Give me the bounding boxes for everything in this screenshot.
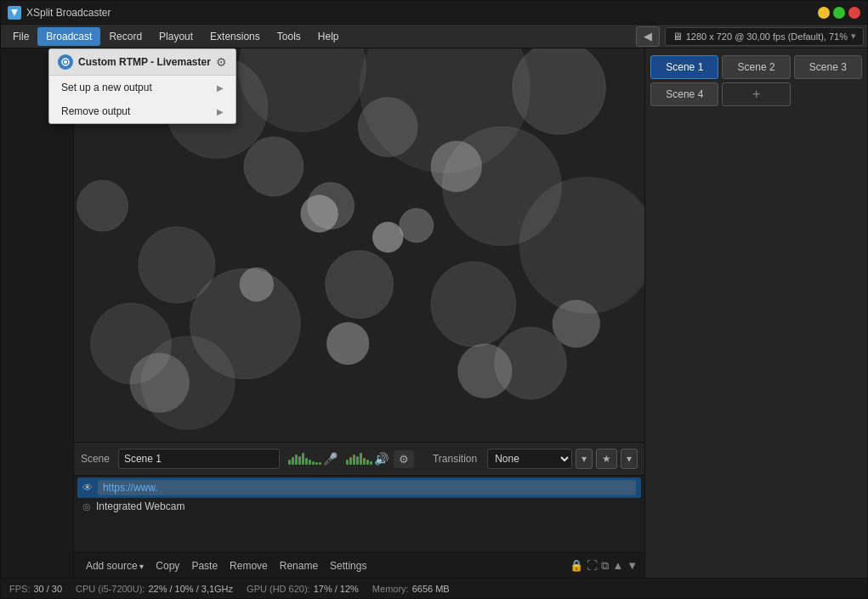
- svg-point-15: [431, 262, 516, 347]
- mic-volume-bars: [288, 453, 321, 465]
- svg-point-2: [64, 60, 67, 64]
- window-controls: [818, 7, 860, 19]
- svg-marker-0: [11, 9, 18, 16]
- transition-star-button[interactable]: ★: [596, 449, 617, 469]
- svg-point-11: [512, 48, 605, 134]
- center-column: Scene 🎤: [74, 48, 644, 578]
- source-visibility-icon[interactable]: 👁: [82, 482, 93, 494]
- copy-screen-icon[interactable]: ⧉: [601, 559, 609, 573]
- scene-bar: Scene 🎤: [74, 442, 644, 476]
- fps-status: FPS: 30 / 30: [9, 584, 62, 594]
- memory-status: Memory: 6656 MB: [372, 584, 450, 594]
- maximize-button[interactable]: [833, 7, 845, 19]
- speaker-volume-container: 🔊: [346, 452, 389, 466]
- transition-arrow-down-button[interactable]: ▾: [576, 449, 593, 469]
- cpu-value: 22% / 10% / 3,1GHz: [148, 584, 233, 594]
- transition-options-button[interactable]: ▾: [621, 449, 638, 469]
- memory-label: Memory:: [372, 584, 409, 594]
- arrow-icon: ▶: [217, 107, 224, 116]
- svg-point-5: [77, 180, 128, 231]
- app-window: XSplit Broadcaster File Broadcast Record…: [0, 0, 868, 599]
- menu-help[interactable]: Help: [309, 27, 348, 46]
- gpu-label: GPU (HD 620):: [247, 584, 310, 594]
- menu-bar: File Broadcast Record Playout Extensions…: [1, 25, 867, 48]
- gpu-value: 17% / 12%: [314, 584, 359, 594]
- svg-point-24: [301, 195, 338, 232]
- move-down-icon[interactable]: ▼: [627, 559, 638, 572]
- svg-point-18: [244, 137, 304, 196]
- scene-grid-row2: Scene 4 +: [650, 82, 862, 106]
- scene-name-input[interactable]: [118, 449, 280, 469]
- monitor-icon: 🖥: [672, 31, 683, 42]
- audio-settings-button[interactable]: ⚙: [394, 450, 414, 468]
- minimize-button[interactable]: [818, 7, 830, 19]
- status-bar: FPS: 30 / 30 CPU (i5-7200U): 22% / 10% /…: [1, 578, 867, 598]
- remove-button[interactable]: Remove: [224, 557, 273, 574]
- svg-point-14: [326, 251, 394, 319]
- app-icon: [8, 6, 21, 20]
- rename-button[interactable]: Rename: [275, 557, 323, 574]
- menu-record[interactable]: Record: [100, 27, 150, 46]
- paste-button[interactable]: Paste: [186, 557, 223, 574]
- gpu-status: GPU (HD 620): 17% / 12%: [247, 584, 359, 594]
- speaker-volume-bars: [346, 453, 372, 465]
- close-button[interactable]: [848, 7, 860, 19]
- dropdown-header: Custom RTMP - Livemaster ⚙: [49, 49, 235, 76]
- mic-volume-container: 🎤: [288, 452, 338, 466]
- source-list: 👁 https://www. ◎ Integrated Webcam: [74, 476, 644, 552]
- source-visibility-icon[interactable]: ◎: [82, 501, 91, 512]
- title-bar: XSplit Broadcaster: [1, 1, 867, 25]
- source-url-text: https://www.: [103, 482, 158, 494]
- scene-2-button[interactable]: Scene 2: [722, 55, 790, 79]
- svg-point-22: [326, 322, 369, 364]
- add-scene-button[interactable]: +: [722, 82, 790, 106]
- memory-value: 6656 MB: [412, 584, 450, 594]
- svg-point-28: [553, 300, 600, 348]
- svg-point-27: [130, 353, 190, 413]
- menu-broadcast[interactable]: Broadcast: [37, 27, 100, 46]
- svg-point-26: [240, 268, 274, 302]
- svg-point-25: [431, 141, 482, 192]
- add-source-button[interactable]: Add source: [81, 557, 149, 574]
- source-item-webcam[interactable]: ◎ Integrated Webcam: [77, 498, 641, 515]
- transition-label: Transition: [433, 453, 477, 465]
- copy-button[interactable]: Copy: [150, 557, 184, 574]
- source-name-text: Integrated Webcam: [96, 500, 185, 512]
- broadcast-service-icon: [58, 54, 73, 70]
- menu-extensions[interactable]: Extensions: [201, 27, 269, 46]
- dropdown-arrow-icon[interactable]: ▾: [851, 31, 856, 42]
- scene-grid-row1: Scene 1 Scene 2 Scene 3: [650, 55, 862, 79]
- menu-playout[interactable]: Playout: [150, 27, 201, 46]
- svg-point-23: [372, 222, 403, 252]
- broadcast-service-name: Custom RTMP - Livemaster: [78, 56, 211, 68]
- transition-select[interactable]: None Fade Slide: [487, 449, 572, 469]
- fps-value: 30 / 30: [33, 584, 62, 594]
- broadcast-settings-gear-icon[interactable]: ⚙: [216, 55, 227, 69]
- move-up-icon[interactable]: ▲: [612, 559, 623, 572]
- source-toolbar: Add source Copy Paste Remove Rename Sett…: [74, 552, 644, 578]
- remove-output-item[interactable]: Remove output ▶: [49, 99, 235, 123]
- broadcast-dropdown-menu: Custom RTMP - Livemaster ⚙ Set up a new …: [48, 48, 236, 124]
- left-sidebar: [1, 48, 74, 578]
- scene-4-button[interactable]: Scene 4: [650, 82, 718, 106]
- menu-tools[interactable]: Tools: [269, 27, 309, 46]
- settings-button[interactable]: Settings: [325, 557, 372, 574]
- microphone-icon[interactable]: 🎤: [323, 452, 338, 466]
- title-bar-text: XSplit Broadcaster: [26, 7, 818, 19]
- content-area: Scene 🎤: [1, 48, 867, 578]
- resolution-display: 🖥 1280 x 720 @ 30,00 fps (Default), 71% …: [665, 27, 864, 46]
- broadcast-back-button[interactable]: ◀: [636, 26, 660, 47]
- source-item-web[interactable]: 👁 https://www.: [77, 478, 641, 498]
- speaker-icon[interactable]: 🔊: [374, 452, 389, 466]
- arrow-icon: ▶: [217, 83, 224, 93]
- menu-file[interactable]: File: [4, 27, 37, 46]
- scene-3-button[interactable]: Scene 3: [794, 55, 862, 79]
- resolution-text: 1280 x 720 @ 30,00 fps (Default), 71%: [686, 31, 848, 42]
- source-icons-right: 🔒 ⛶ ⧉ ▲ ▼: [570, 559, 638, 573]
- expand-icon[interactable]: ⛶: [587, 559, 598, 572]
- setup-new-output-item[interactable]: Set up a new output ▶: [49, 76, 235, 99]
- scene-1-button[interactable]: Scene 1: [650, 55, 718, 79]
- cpu-status: CPU (i5-7200U): 22% / 10% / 3,1GHz: [76, 584, 233, 594]
- cpu-label: CPU (i5-7200U):: [76, 584, 145, 594]
- lock-icon[interactable]: 🔒: [570, 559, 583, 572]
